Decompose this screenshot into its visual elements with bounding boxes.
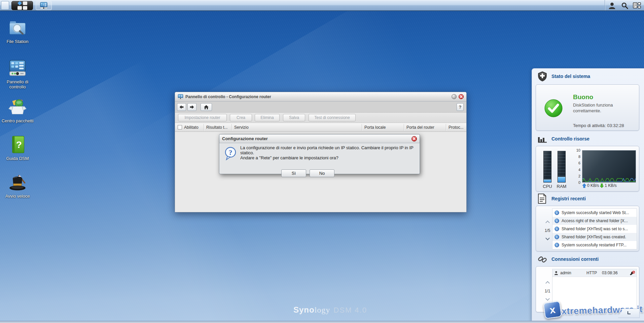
logs-list: i System successfully started Web St... …	[552, 208, 637, 249]
status-ok-icon	[544, 99, 563, 118]
svg-text:i: i	[557, 211, 558, 215]
window-close-button[interactable]	[459, 94, 464, 99]
logs-page-down-icon[interactable]	[545, 236, 550, 240]
main-menu-button[interactable]	[11, 1, 33, 10]
question-icon: ?	[224, 147, 237, 161]
log-row[interactable]: i Access right of the shared folder [X..…	[552, 217, 637, 225]
select-all-checkbox[interactable]	[178, 125, 182, 129]
toolbar-crea-button[interactable]: Crea	[230, 114, 252, 121]
toolbar-elimina-button[interactable]: Elimina	[255, 114, 280, 121]
control-panel-icon	[8, 60, 27, 77]
desktop-icon-package-center[interactable]: Centro pacchetti	[0, 99, 35, 123]
table-header: Abilitato Risultato t... Servizio Porta …	[175, 123, 466, 132]
column-servizio[interactable]: Servizio	[234, 123, 249, 132]
toolbar-salva-button[interactable]: Salva	[283, 114, 305, 121]
help-button[interactable]: ?	[457, 103, 464, 111]
quick-start-icon	[8, 174, 27, 191]
system-status-header: Stato del sistema	[532, 71, 644, 83]
close-icon	[460, 95, 463, 98]
column-separator	[231, 124, 232, 131]
desktop-icon-label: File Station	[0, 39, 35, 44]
window-toolbar: Impostazione router Crea Elimina Salva T…	[175, 113, 466, 123]
system-status-card: Buono DiskStation funziona correttamente…	[536, 84, 639, 131]
logs-page-up-icon[interactable]	[545, 220, 550, 225]
bottom-edge	[0, 321, 644, 323]
nav-back-button[interactable]	[177, 103, 186, 111]
info-icon: i	[554, 243, 559, 247]
pilot-view-icon	[633, 2, 641, 9]
log-row[interactable]: i Shared folder [XHTest] was created.	[552, 233, 637, 241]
log-row[interactable]: i Shared folder [XHTest] was set to s...	[552, 225, 637, 233]
toolbar-impostazione-router-button[interactable]: Impostazione router	[178, 114, 227, 121]
taskbar-item-control-panel[interactable]	[36, 1, 52, 10]
log-row[interactable]: i System successfully started Web St...	[552, 209, 637, 217]
desktop-icon-quick-start[interactable]: Avvio veloce	[0, 174, 35, 199]
column-porta-locale[interactable]: Porta locale	[364, 123, 386, 132]
column-protocollo[interactable]: Protoc...	[449, 123, 464, 132]
chain-link-icon	[537, 254, 547, 264]
desktop-icon-label: Centro pacchetti	[0, 118, 35, 123]
info-icon: i	[554, 210, 559, 215]
connections-page-up-icon[interactable]	[545, 281, 550, 285]
network-graph-ytick: 0	[573, 181, 580, 184]
svg-text:i: i	[557, 228, 558, 231]
resource-monitor-title: Controllo risorse	[551, 136, 589, 142]
svg-text:i: i	[557, 236, 558, 239]
column-abilitato[interactable]: Abilitato	[184, 123, 199, 132]
connections-page-down-icon[interactable]	[545, 296, 550, 301]
system-status-title: Stato del sistema	[551, 74, 590, 79]
connections-title: Connessioni correnti	[551, 256, 599, 262]
user-icon	[608, 2, 616, 9]
ram-label: RAM	[556, 184, 567, 189]
desktop-icon-dsm-help[interactable]: ? Guida DSM	[0, 136, 35, 161]
status-description: DiskStation funziona correttamente.	[573, 102, 613, 114]
connection-row[interactable]: admin HTTP 03:08:36	[552, 269, 637, 277]
user-menu-button[interactable]	[606, 1, 618, 10]
dialog-body: ? La configurazione di router e invio po…	[219, 143, 420, 174]
window-titlebar[interactable]: Pannello di controllo - Configurazione r…	[175, 92, 466, 102]
ram-meter	[558, 151, 566, 183]
dialog-titlebar[interactable]: Configurazione router	[219, 134, 420, 143]
download-value: 1 KB/s	[605, 183, 616, 188]
dialog-title: Configurazione router	[222, 136, 268, 141]
upload-value: 0 KB/s	[587, 183, 599, 188]
pilot-view-button[interactable]	[631, 1, 643, 10]
logs-page-indicator: 1/5	[541, 228, 553, 233]
column-risultato[interactable]: Risultato t...	[206, 123, 227, 132]
desktop-icon-label: Pannello di controllo	[0, 79, 35, 89]
taskbar-divider	[605, 0, 605, 10]
recent-logs-card: 1/5 i System successfully started Web St…	[536, 206, 639, 251]
network-graph-lines	[582, 151, 636, 182]
dialog-close-button[interactable]	[412, 136, 417, 142]
no-button[interactable]: No	[310, 169, 334, 177]
brand-product: DSM 4.0	[333, 306, 367, 314]
disconnect-icon[interactable]	[630, 271, 635, 275]
nav-forward-button[interactable]	[187, 103, 196, 111]
search-button[interactable]	[619, 1, 631, 10]
download-arrow-icon	[600, 184, 604, 188]
network-graph-ytick: 10	[573, 149, 580, 152]
desktop-icon-file-station[interactable]: File Station	[0, 20, 35, 44]
user-icon	[554, 271, 558, 275]
log-row[interactable]: i System successfully restarted FTP...	[552, 241, 637, 249]
recent-logs-header: Registri recenti	[532, 194, 644, 205]
desktop-icon-control-panel[interactable]: Pannello di controllo	[0, 60, 35, 89]
file-station-icon	[8, 20, 27, 36]
shield-icon	[537, 71, 547, 81]
show-desktop-button[interactable]	[1, 1, 9, 10]
desktop: File Station Pannello di controllo Cent	[0, 0, 644, 323]
yes-button[interactable]: Sì	[281, 169, 306, 177]
nav-home-button[interactable]	[201, 103, 212, 111]
recent-logs-title: Registri recenti	[551, 196, 586, 201]
connections-list: admin HTTP 03:08:36	[552, 269, 637, 310]
toolbar-test-connessione-button[interactable]: Test di connessione	[309, 114, 356, 121]
system-health-sidebar: Stato del sistema Buono DiskStation funz…	[532, 68, 644, 321]
column-porta-router[interactable]: Porta del router	[406, 123, 434, 132]
brand-watermark: SynologyDSM 4.0	[293, 305, 367, 315]
window-nav-row: ?	[175, 102, 466, 113]
cpu-label: CPU	[542, 184, 553, 189]
cpu-meter	[543, 151, 551, 183]
uptime-label: Tempo di attività: 03:32:28	[573, 123, 624, 128]
minimize-button[interactable]	[452, 94, 457, 99]
logs-pager: 1/5	[541, 219, 553, 241]
